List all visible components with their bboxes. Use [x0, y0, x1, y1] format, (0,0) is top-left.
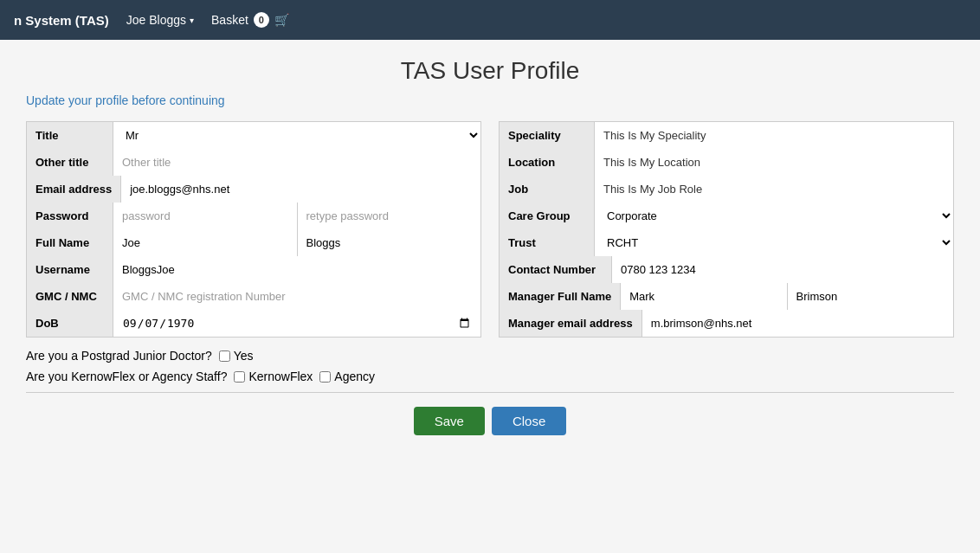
navbar-brand: n System (TAS)	[14, 13, 109, 28]
form-right: Speciality This Is My Speciality Locatio…	[499, 121, 954, 337]
location-value: This Is My Location	[595, 149, 953, 176]
password-row: Password	[26, 203, 481, 230]
retype-password-input[interactable]	[297, 203, 481, 229]
dob-row: DoB	[26, 310, 481, 338]
lastname-input[interactable]	[297, 229, 481, 256]
job-field: This Is My Job Role	[595, 176, 953, 203]
email-input[interactable]	[121, 176, 480, 203]
user-dropdown-caret: ▾	[190, 16, 194, 25]
job-label: Job	[500, 176, 595, 203]
manager-name-row: Manager Full Name	[499, 283, 954, 311]
save-button[interactable]: Save	[414, 407, 485, 435]
password-label: Password	[27, 203, 113, 229]
trust-label: Trust	[500, 229, 595, 256]
gmc-label: GMC / NMC	[27, 283, 113, 310]
job-row: Job This Is My Job Role	[499, 176, 954, 203]
manager-email-label: Manager email address	[500, 310, 642, 337]
divider	[26, 392, 954, 393]
manager-firstname-input[interactable]	[621, 283, 786, 310]
postgrad-yes-checkbox[interactable]	[219, 350, 230, 362]
postgrad-row: Are you a Postgrad Junior Doctor? Yes	[26, 349, 954, 363]
agency-checkbox[interactable]	[319, 371, 331, 383]
checkbox-section: Are you a Postgrad Junior Doctor? Yes Ar…	[26, 349, 954, 383]
agency-label[interactable]: Agency	[319, 370, 375, 383]
title-select[interactable]: Mr Mrs Miss Ms Dr Prof	[113, 122, 480, 149]
care-group-row: Care Group Corporate Medical Surgical Ot…	[499, 203, 954, 230]
speciality-row: Speciality This Is My Speciality	[499, 121, 954, 150]
username-input[interactable]	[113, 256, 480, 283]
speciality-field: This Is My Speciality	[595, 122, 953, 149]
speciality-value: This Is My Speciality	[595, 122, 953, 149]
location-label: Location	[500, 149, 595, 176]
location-row: Location This Is My Location	[499, 149, 954, 177]
contact-label: Contact Number	[500, 256, 612, 283]
trust-row: Trust RCHT RCHT2 Other	[499, 229, 954, 257]
form-left: Title Mr Mrs Miss Ms Dr Prof Other title	[26, 121, 481, 337]
kernowflex-checkbox[interactable]	[234, 371, 245, 383]
username-label: Username	[27, 256, 113, 283]
care-group-field: Corporate Medical Surgical Other	[595, 203, 953, 229]
navbar-user[interactable]: Joe Bloggs ▾	[126, 13, 194, 27]
agency-question: Are you KernowFlex or Agency Staff?	[26, 370, 227, 383]
contact-row: Contact Number	[499, 256, 954, 284]
basket-icon: 🛒	[274, 13, 289, 27]
gmc-row: GMC / NMC	[26, 283, 481, 311]
care-group-select[interactable]: Corporate Medical Surgical Other	[595, 203, 953, 229]
email-field	[121, 176, 480, 203]
title-field-value: Mr Mrs Miss Ms Dr Prof	[113, 122, 480, 149]
manager-email-field	[642, 310, 953, 337]
other-title-row: Other title	[26, 149, 481, 177]
dob-label: DoB	[27, 310, 113, 337]
main-content: TAS User Profile Update your profile bef…	[0, 40, 980, 553]
close-button[interactable]: Close	[492, 407, 566, 435]
manager-name-label: Manager Full Name	[500, 283, 621, 310]
dob-field	[113, 310, 480, 337]
gmc-field	[113, 283, 480, 310]
form-columns: Title Mr Mrs Miss Ms Dr Prof Other title	[26, 121, 954, 337]
navbar-basket[interactable]: Basket 0 🛒	[211, 12, 289, 28]
manager-name-field	[621, 283, 953, 310]
page-title: TAS User Profile	[26, 57, 954, 85]
postgrad-question: Are you a Postgrad Junior Doctor?	[26, 349, 212, 363]
job-value: This Is My Job Role	[595, 176, 953, 203]
fullname-field	[113, 229, 480, 256]
gmc-input[interactable]	[113, 283, 480, 310]
agency-row: Are you KernowFlex or Agency Staff? Kern…	[26, 370, 954, 383]
username-field	[113, 256, 480, 283]
trust-select[interactable]: RCHT RCHT2 Other	[595, 229, 953, 256]
trust-field: RCHT RCHT2 Other	[595, 229, 953, 256]
contact-input[interactable]	[612, 256, 953, 283]
title-row: Title Mr Mrs Miss Ms Dr Prof	[26, 121, 481, 150]
update-notice: Update your profile before continuing	[26, 93, 954, 107]
manager-email-row: Manager email address	[499, 310, 954, 338]
manager-name-split	[621, 283, 953, 310]
kernowflex-text: KernowFlex	[248, 370, 313, 383]
basket-label: Basket	[211, 13, 248, 27]
dob-input[interactable]	[113, 310, 480, 337]
other-title-field	[113, 149, 480, 176]
location-field: This Is My Location	[595, 149, 953, 176]
password-input[interactable]	[113, 203, 297, 229]
fullname-split	[113, 229, 480, 256]
navbar-username: Joe Bloggs	[126, 13, 186, 27]
fullname-label: Full Name	[27, 229, 113, 256]
navbar: n System (TAS) Joe Bloggs ▾ Basket 0 🛒	[0, 0, 980, 40]
fullname-row: Full Name	[26, 229, 481, 257]
postgrad-yes-label[interactable]: Yes	[219, 349, 254, 363]
button-row: Save Close	[26, 407, 954, 453]
speciality-label: Speciality	[500, 122, 595, 149]
kernowflex-label[interactable]: KernowFlex	[234, 370, 313, 383]
contact-field	[612, 256, 953, 283]
firstname-input[interactable]	[113, 229, 297, 256]
other-title-input[interactable]	[113, 149, 480, 176]
title-label: Title	[27, 122, 113, 149]
username-row: Username	[26, 256, 481, 284]
email-label: Email address	[27, 176, 121, 203]
password-field	[113, 203, 480, 229]
manager-lastname-input[interactable]	[787, 283, 953, 310]
basket-count: 0	[254, 12, 269, 28]
agency-text: Agency	[334, 370, 375, 383]
manager-email-input[interactable]	[642, 310, 953, 337]
postgrad-yes-text: Yes	[234, 349, 254, 363]
care-group-label: Care Group	[500, 203, 595, 229]
